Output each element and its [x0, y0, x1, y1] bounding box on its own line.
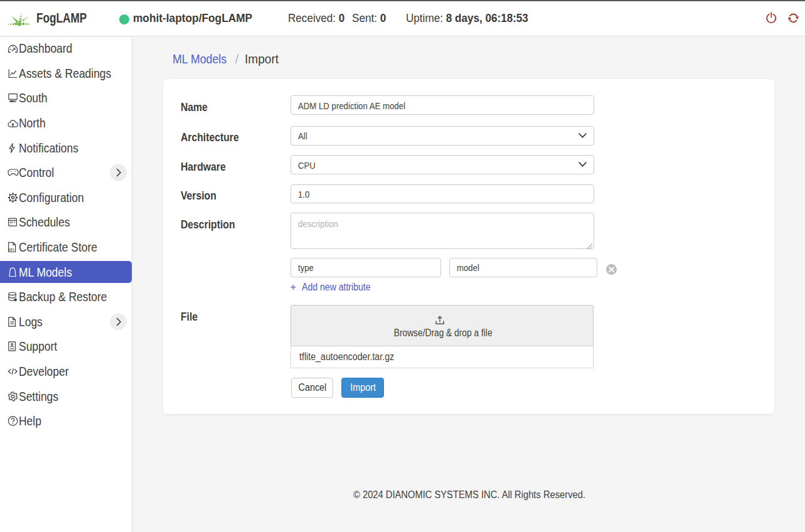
- svg-text:KEY: KEY: [8, 248, 14, 252]
